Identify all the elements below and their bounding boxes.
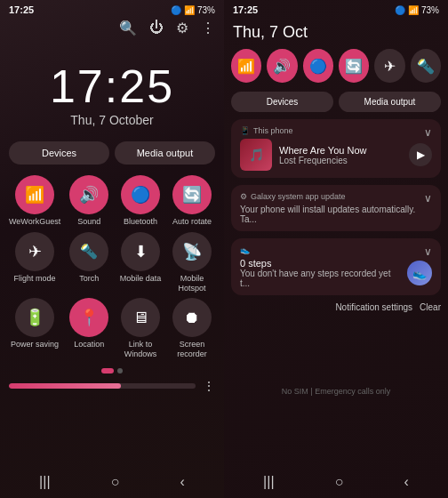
tile-autorotate-icon[interactable]: 🔄: [172, 175, 212, 214]
music-notif-chevron[interactable]: ∨: [424, 126, 432, 139]
steps-notif-content: 0 steps You don't have any steps recorde…: [240, 258, 432, 288]
music-title: Where Are You Now: [279, 145, 402, 156]
dot-1: [101, 368, 114, 374]
settings-icon[interactable]: ⚙: [176, 20, 188, 36]
right-wifi-icon[interactable]: 📶: [231, 49, 261, 83]
tile-flight: ✈ Flight mode: [9, 232, 60, 293]
tile-wifi: 📶 WeWorkGuest: [9, 175, 60, 227]
tile-sound: 🔊 Sound: [66, 175, 112, 227]
update-notif-app: ⚙ Galaxy system app update: [240, 192, 346, 201]
steps-subtitle: You don't have any steps recorded yet t.…: [240, 269, 400, 288]
left-time: 17:25: [0, 60, 224, 113]
update-notif-text: Your phone will install updates automati…: [240, 205, 432, 224]
steps-notif-app: 👟: [240, 245, 250, 254]
notification-settings-button[interactable]: Notification settings: [335, 302, 412, 312]
left-media-output-button[interactable]: Media output: [115, 141, 215, 165]
left-status-icons: 🔵 📶 73%: [171, 5, 215, 15]
music-notif-app: 📱 This phone: [240, 126, 293, 135]
right-bluetooth-quick-icon[interactable]: 🔵: [303, 49, 333, 83]
tile-location-icon[interactable]: 📍: [69, 298, 108, 337]
more-options-icon[interactable]: ⋮: [203, 379, 215, 393]
tile-bluetooth-icon[interactable]: 🔵: [121, 175, 160, 214]
tile-linkwindows: 🖥 Link to Windows: [117, 298, 164, 359]
right-devices-button[interactable]: Devices: [231, 92, 333, 112]
steps-title: 0 steps: [240, 258, 400, 269]
steps-notif-top: 👟: [240, 245, 432, 254]
tile-mobiledata-label: Mobile data: [120, 274, 162, 284]
tile-location-label: Location: [74, 340, 104, 349]
tile-linkwindows-icon[interactable]: 🖥: [121, 298, 160, 337]
search-icon[interactable]: 🔍: [119, 20, 137, 36]
left-devices-button[interactable]: Devices: [9, 141, 109, 165]
left-date: Thu, 7 October: [0, 113, 224, 127]
right-sound-icon[interactable]: 🔊: [267, 49, 297, 83]
left-clock: 17:25 Thu, 7 October: [0, 42, 224, 134]
left-status-time: 17:25: [9, 4, 34, 15]
tile-torch-label: Torch: [79, 274, 99, 284]
left-toggle-row: Devices Media output: [0, 134, 224, 172]
tile-sound-icon[interactable]: 🔊: [69, 175, 108, 214]
tile-mobiledata-icon[interactable]: ⬇: [121, 232, 160, 271]
tile-powersaving: 🔋 Power saving: [9, 298, 60, 359]
right-nav-back-button[interactable]: ‹: [404, 474, 409, 490]
tile-hotspot-icon[interactable]: 📡: [172, 232, 212, 271]
update-notif-content: Your phone will install updates automati…: [240, 205, 432, 224]
steps-circle: 👟: [407, 261, 432, 285]
phone-icon: 📱: [240, 126, 250, 135]
tile-wifi-icon[interactable]: 📶: [15, 175, 54, 214]
tile-torch-icon[interactable]: 🔦: [69, 232, 108, 271]
tile-screenrecorder-icon[interactable]: ⏺: [172, 298, 212, 337]
right-autorotate-icon[interactable]: 🔄: [339, 49, 369, 83]
page-dots: [0, 363, 224, 375]
left-bottom-nav: ||| ○ ‹: [0, 466, 224, 498]
tile-screenrecorder-label: Screen recorder: [169, 340, 215, 359]
right-date-row: Thu, 7 Oct: [224, 18, 448, 44]
tile-wifi-label: WeWorkGuest: [9, 217, 60, 227]
left-nav-home-button[interactable]: ○: [111, 474, 120, 490]
brightness-fill: [9, 383, 121, 389]
right-status-icons: 🔵 📶 73%: [395, 5, 439, 15]
right-status-time: 17:25: [233, 4, 258, 15]
power-icon[interactable]: ⏻: [149, 20, 164, 36]
tile-bluetooth-label: Bluetooth: [124, 217, 157, 227]
clear-notifications-button[interactable]: Clear: [420, 302, 441, 312]
tile-powersaving-label: Power saving: [11, 340, 59, 349]
right-signal-icon: 📶: [408, 5, 419, 15]
right-bottom-nav: ||| ○ ‹: [224, 466, 448, 498]
left-nav-menu-button[interactable]: |||: [39, 474, 50, 490]
left-status-bar: 17:25 🔵 📶 73%: [0, 0, 224, 18]
more-icon[interactable]: ⋮: [201, 20, 215, 36]
right-nav-menu-button[interactable]: |||: [263, 474, 274, 490]
steps-app-icon: 👟: [240, 245, 250, 254]
right-panel: 17:25 🔵 📶 73% Thu, 7 Oct 📶 🔊 🔵 🔄 ✈ 🔦 Dev…: [224, 0, 448, 498]
no-sim-notice: No SIM | Emergency calls only: [224, 383, 448, 399]
music-subtitle: Lost Frequencies: [279, 156, 402, 165]
steps-notif-chevron[interactable]: ∨: [424, 245, 432, 258]
update-notif-chevron[interactable]: ∨: [424, 192, 432, 205]
left-toolbar: 🔍 ⏻ ⚙ ⋮: [0, 18, 224, 42]
right-media-output-button[interactable]: Media output: [339, 92, 441, 112]
right-flight-icon[interactable]: ✈: [374, 49, 404, 83]
update-notif-top: ⚙ Galaxy system app update: [240, 192, 432, 201]
bluetooth-status-icon: 🔵: [171, 5, 181, 15]
tile-hotspot: 📡 Mobile Hotspot: [169, 232, 215, 293]
notif-settings-row: Notification settings Clear: [224, 299, 448, 316]
music-notif-top: 📱 This phone: [240, 126, 432, 135]
tile-screenrecorder: ⏺ Screen recorder: [169, 298, 215, 359]
tile-torch: 🔦 Torch: [66, 232, 112, 293]
signal-status-icon: 📶: [184, 5, 195, 15]
steps-notification: ∨ 👟 0 steps You don't have any steps rec…: [231, 238, 441, 295]
left-nav-back-button[interactable]: ‹: [180, 474, 185, 490]
music-notif-text: Where Are You Now Lost Frequencies: [279, 145, 402, 165]
right-nav-home-button[interactable]: ○: [335, 474, 344, 490]
right-toggle-row: Devices Media output: [224, 88, 448, 116]
music-notif-content: 🎵 Where Are You Now Lost Frequencies ▶: [240, 139, 432, 171]
music-play-button[interactable]: ▶: [409, 143, 432, 166]
tile-autorotate-label: Auto rotate: [172, 217, 212, 227]
brightness-bar[interactable]: [9, 383, 196, 389]
right-torch-icon[interactable]: 🔦: [411, 49, 441, 83]
tile-linkwindows-label: Link to Windows: [117, 340, 164, 359]
tile-powersaving-icon[interactable]: 🔋: [15, 298, 54, 337]
tile-flight-icon[interactable]: ✈: [15, 232, 54, 271]
left-panel: 17:25 🔵 📶 73% 🔍 ⏻ ⚙ ⋮ 17:25 Thu, 7 Octob…: [0, 0, 224, 498]
